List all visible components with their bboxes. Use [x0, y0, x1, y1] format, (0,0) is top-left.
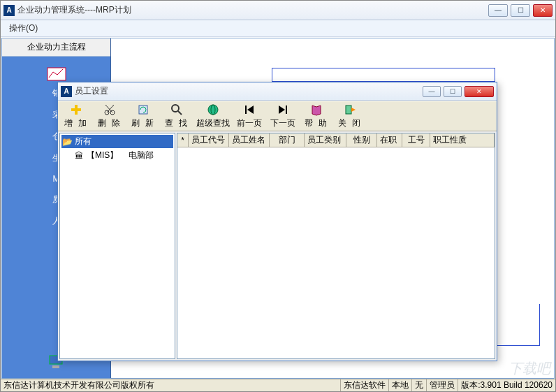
statusbar: 东信达计算机技术开发有限公司版权所有 东信达软件 本地 无 管理员 版本:3.9…: [1, 379, 555, 391]
dialog-toolbar: 增 加 删 除 刷 新 查 找 超级查找 前一页 下一页 帮 助: [58, 101, 497, 131]
tree-node-code: 【MIS】: [87, 150, 118, 161]
menu-action[interactable]: 操作(O): [5, 21, 42, 36]
status-copyright: 东信达计算机技术开发有限公司版权所有: [1, 379, 341, 391]
dialog-window: A 员工设置 — ☐ ✕ 增 加 删 除 刷 新 查 找 超级查找: [57, 82, 497, 361]
svg-point-12: [208, 105, 218, 115]
toolbar-label: 下一页: [270, 117, 295, 129]
svg-rect-18: [346, 106, 351, 114]
add-icon: [69, 103, 83, 116]
grid-col-3[interactable]: 员工类别: [305, 133, 346, 147]
prev-icon: [242, 103, 256, 116]
maximize-button[interactable]: ☐: [511, 4, 530, 17]
toolbar-label: 前一页: [237, 117, 262, 129]
help-button[interactable]: 帮 助: [300, 103, 333, 129]
next-icon: [276, 103, 290, 116]
toolbar-label: 超级查找: [196, 117, 230, 129]
status-host: 本地: [389, 379, 412, 391]
building-icon: 🏛: [74, 151, 84, 161]
app-icon: A: [61, 86, 72, 97]
minimize-button[interactable]: —: [488, 4, 508, 17]
svg-point-10: [172, 105, 179, 112]
prev-page-button[interactable]: 前一页: [233, 103, 266, 129]
grid-col-1[interactable]: 员工姓名: [229, 133, 270, 147]
close-button[interactable]: ✕: [533, 4, 553, 17]
grid-pane[interactable]: * 员工代号 员工姓名 部门 员工类别 性别 在职 工号 职工性质: [177, 133, 495, 359]
book-icon: [309, 103, 323, 116]
grid-header-row: * 员工代号 员工姓名 部门 员工类别 性别 在职 工号 职工性质: [177, 133, 495, 147]
svg-marker-16: [279, 106, 285, 114]
svg-rect-2: [52, 365, 59, 368]
window-controls: — ☐ ✕: [488, 4, 553, 17]
tree-pane[interactable]: 📂 所有 🏛 【MIS】 电脑部: [59, 133, 175, 359]
app-icon: A: [3, 5, 15, 16]
toolbar-label: 刷 新: [131, 117, 154, 129]
superfind-button[interactable]: 超级查找: [193, 103, 233, 129]
tree-node-name: 电脑部: [129, 150, 154, 161]
dialog-close-button[interactable]: ✕: [464, 86, 494, 97]
svg-rect-14: [245, 106, 247, 114]
next-page-button[interactable]: 下一页: [266, 103, 300, 129]
svg-line-11: [178, 111, 182, 115]
dialog-titlebar[interactable]: A 员工设置 — ☐ ✕: [58, 82, 497, 101]
find-button[interactable]: 查 找: [160, 103, 193, 129]
close-toolbar-button[interactable]: 关 闭: [333, 103, 367, 129]
status-flag: 无: [412, 379, 427, 391]
grid-star-col[interactable]: *: [177, 133, 189, 147]
toolbar-label: 帮 助: [305, 117, 328, 129]
dialog-maximize-button[interactable]: ☐: [444, 86, 462, 97]
main-title: 企业动力管理系统----MRP计划: [17, 4, 488, 16]
svg-marker-19: [351, 108, 356, 112]
status-role: 管理员: [427, 379, 458, 391]
add-button[interactable]: 增 加: [59, 103, 93, 129]
delete-button[interactable]: 删 除: [93, 103, 126, 129]
globe-search-icon: [206, 103, 220, 116]
main-titlebar[interactable]: A 企业动力管理系统----MRP计划 — ☐ ✕: [1, 1, 555, 20]
search-icon: [170, 103, 184, 116]
status-version: 版本:3.901 Build 120620: [458, 379, 555, 391]
grid-col-2[interactable]: 部门: [270, 133, 305, 147]
menubar: 操作(O): [1, 20, 555, 37]
scissors-icon: [103, 103, 117, 116]
dialog-window-controls: — ☐ ✕: [423, 86, 494, 97]
toolbar-label: 关 闭: [338, 117, 361, 129]
status-brand: 东信达软件: [341, 379, 389, 391]
grid-col-6[interactable]: 工号: [402, 133, 430, 147]
content-frame-top: [272, 68, 495, 82]
svg-rect-4: [71, 108, 81, 111]
tree-root-label: 所有: [75, 136, 92, 147]
grid-col-4[interactable]: 性别: [346, 133, 377, 147]
tree-node[interactable]: 🏛 【MIS】 电脑部: [61, 148, 173, 163]
toolbar-label: 删 除: [98, 117, 121, 129]
sidebar-title: 企业动力主流程: [2, 38, 110, 57]
dialog-body: 📂 所有 🏛 【MIS】 电脑部 * 员工代号 员工姓名 部门 员工类别 性别 …: [59, 133, 495, 359]
folder-icon: 📂: [62, 137, 72, 147]
svg-rect-17: [286, 106, 287, 114]
grid-col-5[interactable]: 在职: [377, 133, 402, 147]
toolbar-label: 查 找: [165, 117, 188, 129]
toolbar-label: 增 加: [64, 117, 87, 129]
refresh-button[interactable]: 刷 新: [126, 103, 160, 129]
svg-marker-15: [247, 106, 254, 114]
grid-col-0[interactable]: 员工代号: [189, 133, 229, 147]
dialog-minimize-button[interactable]: —: [423, 86, 441, 97]
refresh-icon: [136, 103, 150, 116]
grid-col-7[interactable]: 职工性质: [430, 133, 495, 147]
dialog-title: 员工设置: [75, 85, 423, 97]
exit-icon: [343, 103, 357, 116]
tree-root[interactable]: 📂 所有: [61, 135, 173, 148]
